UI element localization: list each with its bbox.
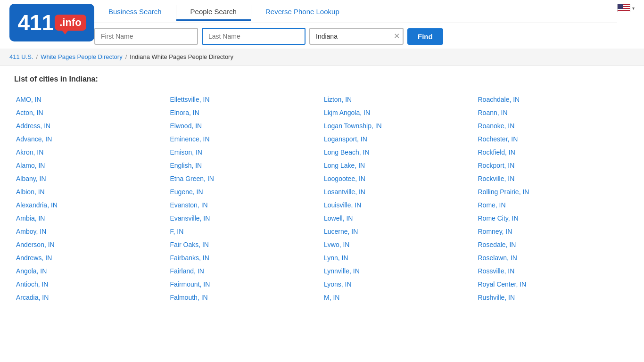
city-link[interactable]: M, IN	[322, 291, 476, 304]
city-column-3: Roachdale, INRoann, INRoanoke, INRochest…	[476, 93, 630, 304]
city-link[interactable]: Fairbanks, IN	[168, 251, 322, 264]
city-link[interactable]: Eminence, IN	[168, 132, 322, 146]
city-link[interactable]: Evanston, IN	[168, 198, 322, 212]
city-link[interactable]: Roachdale, IN	[476, 93, 630, 106]
city-link[interactable]: Lynnville, IN	[322, 264, 476, 278]
city-link[interactable]: Etna Green, IN	[168, 172, 322, 185]
city-link[interactable]: Albany, IN	[14, 172, 168, 185]
city-link[interactable]: Alexandria, IN	[14, 198, 168, 212]
city-link[interactable]: Rolling Prairie, IN	[476, 185, 630, 198]
header-nav: Business Search People Search Reverse Ph…	[94, 4, 617, 49]
city-link[interactable]: Akron, IN	[14, 146, 168, 159]
city-link[interactable]: Angola, IN	[14, 264, 168, 278]
city-link[interactable]: Losantville, IN	[322, 185, 476, 198]
city-link[interactable]: Arcadia, IN	[14, 291, 168, 304]
city-link[interactable]: Logansport, IN	[322, 132, 476, 146]
city-link[interactable]: Rockfield, IN	[476, 146, 630, 159]
breadcrumb-411us[interactable]: 411 U.S.	[9, 53, 33, 60]
city-column-0: AMO, INActon, INAddress, INAdvance, INAk…	[14, 93, 168, 304]
find-button[interactable]: Find	[407, 28, 443, 45]
chevron-down-icon: ▾	[632, 6, 635, 11]
city-link[interactable]: Rushville, IN	[476, 291, 630, 304]
header: 411 .info Business Search People Search …	[0, 0, 644, 49]
city-link[interactable]: Elwood, IN	[168, 119, 322, 132]
us-flag-icon	[617, 4, 630, 12]
state-input[interactable]	[309, 28, 404, 45]
city-link[interactable]: Fairland, IN	[168, 264, 322, 278]
logo-number: 411	[17, 12, 54, 33]
city-link[interactable]: Rochester, IN	[476, 132, 630, 146]
city-link[interactable]: Address, IN	[14, 119, 168, 132]
city-column-2: Lizton, INLkjm Angola, INLogan Township,…	[322, 93, 476, 304]
city-link[interactable]: Anderson, IN	[14, 238, 168, 251]
city-column-1: Ellettsville, INElnora, INElwood, INEmin…	[168, 93, 322, 304]
city-link[interactable]: Rosedale, IN	[476, 238, 630, 251]
city-link[interactable]: Ambia, IN	[14, 212, 168, 225]
city-link[interactable]: Louisville, IN	[322, 198, 476, 212]
city-link[interactable]: Rockville, IN	[476, 172, 630, 185]
city-link[interactable]: Lvwo, IN	[322, 238, 476, 251]
city-link[interactable]: Lizton, IN	[322, 93, 476, 106]
breadcrumb-sep-2: /	[125, 53, 127, 60]
city-link[interactable]: Lyons, IN	[322, 278, 476, 291]
city-link[interactable]: English, IN	[168, 159, 322, 172]
city-link[interactable]: Rockport, IN	[476, 159, 630, 172]
city-link[interactable]: Advance, IN	[14, 132, 168, 146]
breadcrumb-current: Indiana White Pages People Directory	[130, 53, 233, 60]
city-link[interactable]: Loogootee, IN	[322, 172, 476, 185]
city-link[interactable]: Antioch, IN	[14, 278, 168, 291]
logo[interactable]: 411 .info	[9, 4, 94, 44]
logo-info: .info	[55, 15, 86, 31]
first-name-input[interactable]	[94, 28, 198, 45]
city-link[interactable]: Roselawn, IN	[476, 251, 630, 264]
breadcrumb: 411 U.S. / White Pages People Directory …	[0, 49, 644, 66]
city-link[interactable]: Long Lake, IN	[322, 159, 476, 172]
city-link[interactable]: AMO, IN	[14, 93, 168, 106]
city-link[interactable]: Lowell, IN	[322, 212, 476, 225]
main-content: List of cities in Indiana: AMO, INActon,…	[0, 66, 644, 313]
breadcrumb-sep-1: /	[36, 53, 38, 60]
city-link[interactable]: Andrews, IN	[14, 251, 168, 264]
city-link[interactable]: Amboy, IN	[14, 225, 168, 238]
city-link[interactable]: Lynn, IN	[322, 251, 476, 264]
city-link[interactable]: Fair Oaks, IN	[168, 238, 322, 251]
city-link[interactable]: Lucerne, IN	[322, 225, 476, 238]
city-link[interactable]: Roanoke, IN	[476, 119, 630, 132]
clear-state-button[interactable]: ✕	[394, 33, 400, 40]
page-heading: List of cities in Indiana:	[14, 75, 630, 83]
city-link[interactable]: Logan Township, IN	[322, 119, 476, 132]
city-link[interactable]: Rossville, IN	[476, 264, 630, 278]
city-link[interactable]: Fairmount, IN	[168, 278, 322, 291]
city-link[interactable]: Ellettsville, IN	[168, 93, 322, 106]
city-link[interactable]: F, IN	[168, 225, 322, 238]
city-grid: AMO, INActon, INAddress, INAdvance, INAk…	[14, 93, 630, 304]
city-link[interactable]: Emison, IN	[168, 146, 322, 159]
city-link[interactable]: Long Beach, IN	[322, 146, 476, 159]
search-form: ✕ Find	[94, 23, 617, 49]
city-link[interactable]: Albion, IN	[14, 185, 168, 198]
city-link[interactable]: Lkjm Angola, IN	[322, 106, 476, 119]
tab-people-search[interactable]: People Search	[176, 4, 251, 21]
city-link[interactable]: Falmouth, IN	[168, 291, 322, 304]
tab-business-search[interactable]: Business Search	[94, 4, 176, 21]
nav-row: Business Search People Search Reverse Ph…	[94, 4, 617, 23]
city-link[interactable]: Royal Center, IN	[476, 278, 630, 291]
city-link[interactable]: Eugene, IN	[168, 185, 322, 198]
city-link[interactable]: Rome, IN	[476, 198, 630, 212]
tab-reverse-phone[interactable]: Reverse Phone Lookup	[251, 4, 354, 21]
city-link[interactable]: Roann, IN	[476, 106, 630, 119]
last-name-input[interactable]	[202, 28, 305, 45]
city-link[interactable]: Evansville, IN	[168, 212, 322, 225]
flag-canton	[618, 4, 623, 9]
state-input-wrapper: ✕	[309, 28, 404, 45]
language-selector[interactable]: ▾	[617, 4, 635, 12]
city-link[interactable]: Alamo, IN	[14, 159, 168, 172]
city-link[interactable]: Rome City, IN	[476, 212, 630, 225]
breadcrumb-white-pages[interactable]: White Pages People Directory	[41, 53, 122, 60]
city-link[interactable]: Romney, IN	[476, 225, 630, 238]
city-link[interactable]: Elnora, IN	[168, 106, 322, 119]
city-link[interactable]: Acton, IN	[14, 106, 168, 119]
